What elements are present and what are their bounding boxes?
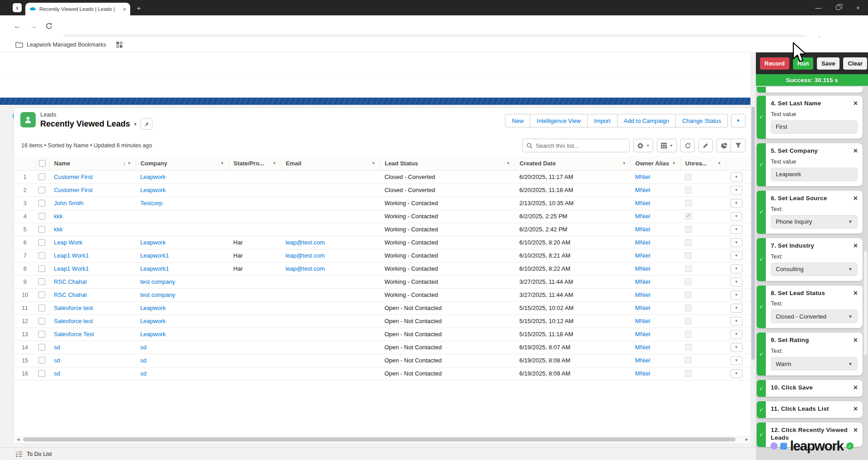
step-close-icon[interactable]: × — [854, 290, 858, 297]
owner-alias-link[interactable]: MNiel — [635, 370, 650, 377]
row-actions-dropdown-button[interactable]: ▼ — [731, 369, 742, 378]
chevron-down-icon[interactable]: ▼ — [622, 161, 626, 165]
select-all-checkbox[interactable] — [36, 157, 49, 170]
company-link[interactable]: sd — [140, 357, 146, 364]
chevron-down-icon[interactable]: ▼ — [672, 161, 676, 165]
managed-bookmarks-folder[interactable]: Leapwork Managed Bookmarks — [15, 42, 106, 48]
unread-checkbox[interactable] — [685, 370, 692, 377]
owner-alias-link[interactable]: MNiel — [635, 278, 650, 285]
column-header-email[interactable]: Email▼ — [281, 157, 380, 170]
step-close-icon[interactable]: × — [854, 427, 858, 434]
row-checkbox[interactable] — [36, 341, 49, 354]
horizontal-scrollbar-thumb[interactable] — [23, 437, 736, 441]
list-settings-button[interactable]: ▼ — [633, 139, 653, 152]
unread-checkbox[interactable] — [685, 318, 692, 324]
display-as-button[interactable]: ▼ — [657, 139, 677, 152]
step-close-icon[interactable]: × — [854, 242, 858, 249]
row-actions-dropdown-button[interactable]: ▼ — [731, 251, 742, 260]
unread-checkbox[interactable] — [685, 291, 692, 298]
company-link[interactable]: Leapwork1 — [140, 265, 169, 272]
scroll-right-arrow-icon[interactable]: ▶ — [744, 437, 750, 441]
pin-list-button[interactable] — [141, 118, 152, 130]
step-close-icon[interactable]: × — [854, 337, 858, 344]
email-link[interactable]: leap@test.com — [286, 239, 325, 246]
unread-checkbox[interactable] — [685, 200, 692, 207]
email-link[interactable]: leap@test.com — [286, 265, 325, 272]
row-actions-dropdown-button[interactable]: ▼ — [731, 356, 742, 365]
owner-alias-link[interactable]: MNiel — [635, 291, 650, 298]
company-link[interactable]: Leapwork — [140, 331, 165, 338]
unread-checkbox[interactable] — [685, 265, 692, 272]
owner-alias-link[interactable]: MNiel — [635, 187, 650, 193]
row-checkbox[interactable] — [36, 183, 49, 197]
step-close-icon[interactable]: × — [854, 195, 858, 202]
company-link[interactable]: Testcorp — [140, 200, 162, 207]
charts-button[interactable] — [717, 139, 731, 152]
step-close-icon[interactable]: × — [854, 100, 858, 107]
row-checkbox[interactable] — [36, 236, 49, 249]
unread-checkbox[interactable] — [685, 226, 692, 233]
lead-name-link[interactable]: sd — [54, 344, 60, 351]
row-actions-dropdown-button[interactable]: ▼ — [731, 304, 742, 313]
row-checkbox[interactable] — [36, 328, 49, 341]
owner-alias-link[interactable]: MNiel — [635, 200, 650, 207]
browser-tab[interactable]: Recently Viewed Leads | Leads | × — [25, 3, 130, 15]
row-checkbox[interactable] — [36, 223, 49, 236]
row-checkbox[interactable] — [36, 170, 49, 183]
row-actions-dropdown-button[interactable]: ▼ — [731, 186, 742, 195]
lead-name-link[interactable]: Customer First — [54, 187, 92, 193]
chevron-down-icon[interactable]: ▼ — [506, 161, 510, 165]
lead-name-link[interactable]: kkk — [54, 213, 63, 220]
row-actions-dropdown-button[interactable]: ▼ — [731, 277, 742, 286]
owner-alias-link[interactable]: MNiel — [635, 213, 650, 220]
row-checkbox[interactable] — [36, 314, 49, 328]
unread-checkbox[interactable] — [685, 357, 692, 364]
unread-checkbox[interactable] — [685, 305, 692, 311]
list-view-selector-chevron-icon[interactable]: ▾ — [134, 122, 137, 127]
column-header-owner-alias[interactable]: Owner Alias▼ — [631, 157, 680, 170]
company-link[interactable]: sd — [140, 370, 146, 377]
column-header-created-date[interactable]: Created Date▼ — [515, 157, 631, 170]
horizontal-scrollbar[interactable]: ◀ ▶ — [15, 436, 750, 442]
filter-button[interactable] — [731, 139, 745, 152]
vertical-scrollbar[interactable] — [750, 52, 756, 460]
step-field[interactable]: Leapwork ▼ — [771, 168, 858, 181]
row-actions-dropdown-button[interactable]: ▼ — [731, 238, 742, 247]
owner-alias-link[interactable]: MNiel — [635, 344, 650, 351]
unread-checkbox[interactable] — [685, 213, 692, 220]
owner-alias-link[interactable]: MNiel — [635, 226, 650, 233]
save-button[interactable]: Save — [817, 57, 840, 70]
owner-alias-link[interactable]: MNiel — [635, 265, 650, 272]
company-link[interactable]: Leapwork1 — [140, 252, 169, 259]
reload-button[interactable] — [45, 22, 53, 30]
row-actions-dropdown-button[interactable]: ▼ — [731, 264, 742, 273]
owner-alias-link[interactable]: MNiel — [635, 174, 650, 180]
column-header-name[interactable]: Name↑▼ — [49, 157, 136, 170]
row-actions-dropdown-button[interactable]: ▼ — [731, 291, 742, 300]
unread-checkbox[interactable] — [685, 187, 692, 193]
company-link[interactable]: sd — [140, 344, 146, 351]
unread-checkbox[interactable] — [685, 239, 692, 246]
row-checkbox[interactable] — [36, 354, 49, 367]
scroll-left-arrow-icon[interactable]: ◀ — [15, 437, 21, 441]
owner-alias-link[interactable]: MNiel — [635, 331, 650, 338]
chevron-down-icon[interactable]: ▼ — [273, 161, 276, 165]
email-link[interactable]: leap@test.com — [286, 252, 325, 259]
lead-name-link[interactable]: RSC Chahal — [54, 291, 86, 298]
step-close-icon[interactable]: × — [854, 384, 858, 391]
back-button[interactable]: ← — [14, 22, 21, 31]
panel-scrollbar-thumb[interactable] — [864, 251, 867, 355]
lead-name-link[interactable]: kkk — [54, 226, 63, 233]
lead-name-link[interactable]: Leap1 Work1 — [54, 252, 89, 259]
lead-name-link[interactable]: sd — [54, 370, 60, 377]
row-checkbox[interactable] — [36, 197, 49, 210]
add-to-campaign-button[interactable]: Add to Campaign — [618, 114, 676, 127]
company-link[interactable]: Leapwork — [140, 187, 165, 193]
owner-alias-link[interactable]: MNiel — [635, 305, 650, 311]
company-link[interactable]: Leapwork — [140, 318, 165, 324]
owner-alias-link[interactable]: MNiel — [635, 357, 650, 364]
window-close-button[interactable]: × — [848, 0, 868, 15]
row-checkbox[interactable] — [36, 288, 49, 301]
column-header-state[interactable]: State/Pro...▼ — [229, 157, 281, 170]
row-actions-dropdown-button[interactable]: ▼ — [731, 199, 742, 208]
